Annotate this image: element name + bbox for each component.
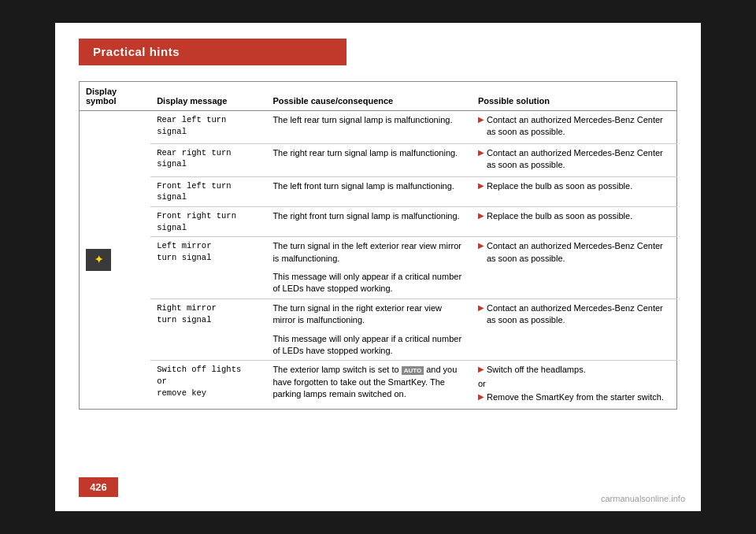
main-table: Display symbol Display message Possible … — [79, 81, 677, 410]
col-header-message: Display message — [150, 82, 266, 111]
table-row: Front right turn signalThe right front t… — [80, 206, 677, 236]
solution-line: ▶Remove the SmartKey from the starter sw… — [478, 391, 670, 403]
col-header-cause: Possible cause/consequence — [266, 82, 472, 111]
solution-cell: ▶Replace the bulb as soon as possible. — [472, 206, 677, 236]
message-cell: Switch off lightsorremove key — [150, 361, 266, 409]
message-cell: Left mirrorturn signal — [150, 237, 266, 299]
table-row: Front left turn signalThe left front tur… — [80, 176, 677, 206]
arrow-icon: ▶ — [478, 147, 484, 158]
solution-cell: ▶Switch off the headlamps.or▶Remove the … — [472, 361, 677, 409]
page-number: 426 — [79, 477, 118, 497]
solution-line: ▶Contact an authorized Mercedes-Benz Cen… — [478, 302, 670, 327]
solution-cell: ▶Replace the bulb as soon as possible. — [472, 176, 677, 206]
message-cell: Front left turn signal — [150, 176, 266, 206]
table-row: Left mirrorturn signalThe turn signal in… — [80, 237, 677, 268]
solution-line: ▶Replace the bulb as soon as possible. — [478, 210, 670, 222]
header-bar: Practical hints — [79, 39, 346, 65]
cause-cell: The exterior lamp switch is set to AUTO … — [266, 361, 472, 409]
arrow-icon: ▶ — [478, 210, 484, 221]
col-header-symbol: Display symbol — [80, 82, 151, 111]
solution-line: ▶Switch off the headlamps. — [478, 364, 670, 376]
table-header-row: Display symbol Display message Possible … — [80, 82, 677, 111]
cause-cell: This message will only appear if a criti… — [266, 268, 472, 299]
cause-cell: The right rear turn signal lamp is malfu… — [266, 143, 472, 176]
solution-line: ▶Contact an authorized Mercedes-Benz Cen… — [478, 114, 670, 139]
table-row: ✦Rear left turn signalThe left rear turn… — [80, 111, 677, 144]
turn-signal-icon: ✦ — [86, 249, 111, 271]
symbol-cell: ✦ — [80, 111, 151, 410]
cause-cell: The left front turn signal lamp is malfu… — [266, 176, 472, 206]
arrow-icon: ▶ — [478, 240, 484, 251]
cause-cell: The right front turn signal lamp is malf… — [266, 206, 472, 236]
arrow-icon: ▶ — [478, 302, 484, 313]
arrow-icon: ▶ — [478, 364, 484, 375]
message-cell: Rear right turn signal — [150, 143, 266, 176]
message-cell: Rear left turn signal — [150, 111, 266, 144]
watermark: carmanualsonline.info — [601, 494, 685, 503]
page: Practical hints Display symbol Display m… — [55, 23, 701, 511]
solution-cell: ▶Contact an authorized Mercedes-Benz Cen… — [472, 237, 677, 299]
auto-badge: AUTO — [402, 366, 424, 375]
arrow-icon: ▶ — [478, 114, 484, 125]
solution-cell: ▶Contact an authorized Mercedes-Benz Cen… — [472, 143, 677, 176]
table-container: Display symbol Display message Possible … — [79, 81, 677, 410]
cause-cell: This message will only appear if a criti… — [266, 330, 472, 361]
table-row: Switch off lightsorremove keyThe exterio… — [80, 361, 677, 409]
solution-cell: ▶Contact an authorized Mercedes-Benz Cen… — [472, 111, 677, 144]
solution-line: ▶Contact an authorized Mercedes-Benz Cen… — [478, 147, 670, 172]
arrow-icon: ▶ — [478, 180, 484, 191]
message-cell: Front right turn signal — [150, 206, 266, 236]
solution-line: ▶Replace the bulb as soon as possible. — [478, 180, 670, 192]
table-row: Right mirrorturn signalThe turn signal i… — [80, 299, 677, 329]
cause-cell: The turn signal in the left exterior rea… — [266, 237, 472, 268]
arrow-icon: ▶ — [478, 391, 484, 402]
solution-cell: ▶Contact an authorized Mercedes-Benz Cen… — [472, 299, 677, 361]
table-row: Rear right turn signalThe right rear tur… — [80, 143, 677, 176]
col-header-solution: Possible solution — [472, 82, 677, 111]
cause-cell: The turn signal in the right exterior re… — [266, 299, 472, 329]
message-cell: Right mirrorturn signal — [150, 299, 266, 361]
solution-line: ▶Contact an authorized Mercedes-Benz Cen… — [478, 240, 670, 265]
or-separator: or — [478, 378, 670, 390]
cause-cell: The left rear turn signal lamp is malfun… — [266, 111, 472, 144]
page-title: Practical hints — [93, 45, 180, 58]
